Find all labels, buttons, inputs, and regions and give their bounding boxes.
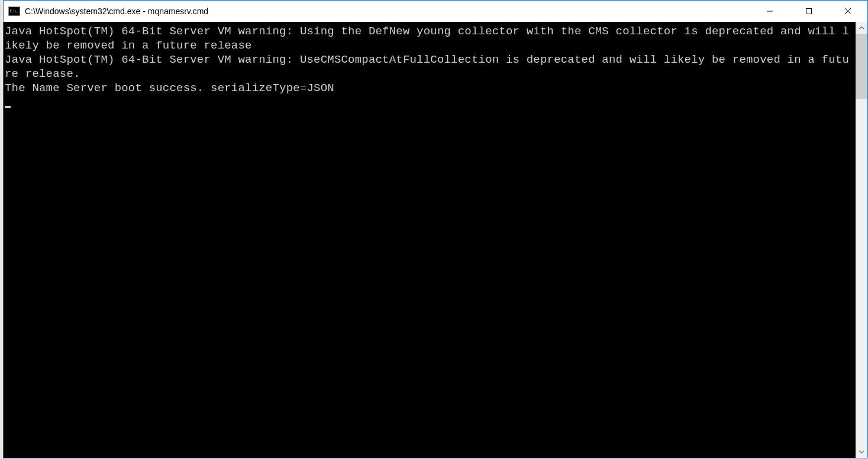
scroll-track[interactable] [856,34,867,446]
svg-rect-1 [806,9,812,14]
maximize-button[interactable] [789,1,828,22]
output-line: The Name Server boot success. serializeT… [5,82,334,95]
output-line: Java HotSpot(TM) 64-Bit Server VM warnin… [5,53,849,80]
close-button[interactable] [828,1,867,22]
chevron-up-icon [859,25,864,31]
vertical-scrollbar[interactable] [856,22,867,458]
titlebar[interactable]: C:\. C:\Windows\system32\cmd.exe - mqnam… [4,1,867,22]
output-line: Java HotSpot(TM) 64-Bit Server VM warnin… [5,25,849,52]
terminal-body: Java HotSpot(TM) 64-Bit Server VM warnin… [4,22,867,458]
cmd-icon-text: C:\. [10,9,19,14]
window-controls [750,1,867,22]
minimize-icon [766,8,773,15]
close-icon [844,8,851,15]
cmd-window: C:\. C:\Windows\system32\cmd.exe - mqnam… [3,0,868,458]
scroll-down-button[interactable] [856,446,867,458]
terminal-cursor [5,106,11,108]
scroll-thumb[interactable] [856,34,867,99]
maximize-icon [805,8,812,15]
minimize-button[interactable] [750,1,789,22]
window-title: C:\Windows\system32\cmd.exe - mqnamesrv.… [25,7,208,16]
terminal-output[interactable]: Java HotSpot(TM) 64-Bit Server VM warnin… [4,22,856,458]
scroll-up-button[interactable] [856,22,867,34]
chevron-down-icon [859,449,864,455]
cmd-icon: C:\. [8,7,20,16]
